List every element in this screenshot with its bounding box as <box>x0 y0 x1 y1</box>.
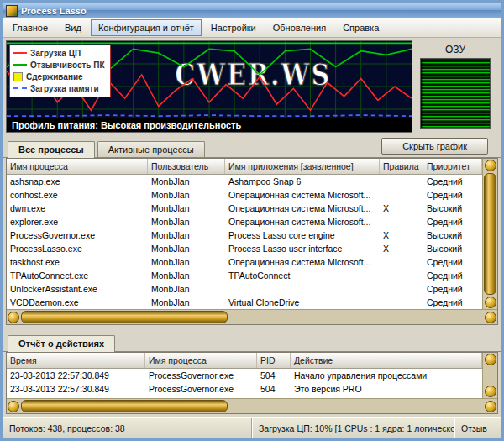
ram-usage-meter <box>420 58 491 129</box>
cell-app-name: TPAutoConnect <box>225 270 380 281</box>
process-lasso-window: Process Lasso Главное Вид Конфигурация и… <box>0 0 504 441</box>
menu-item-config-report[interactable]: Конфигурация и отчёт <box>91 19 202 36</box>
status-responsiveness: Отзыв <box>454 423 501 433</box>
menu-item-main[interactable]: Главное <box>5 19 55 36</box>
col-pid[interactable]: PID <box>257 353 291 368</box>
tab-all-processes[interactable]: Все процессы <box>8 141 95 158</box>
menu-item-settings[interactable]: Настройки <box>203 19 264 36</box>
cell-process-name: ProcessGovernor.exe <box>145 384 257 394</box>
graph-legend: Загрузка ЦП Отзывчивость ПК Сдерживание … <box>9 45 111 97</box>
col-log-process-name[interactable]: Имя процесса <box>145 353 257 368</box>
cell-app-name: Операционная система Microsoft... <box>225 190 380 200</box>
titlebar[interactable]: Process Lasso <box>3 3 501 18</box>
scroll-down-knob[interactable] <box>485 386 496 397</box>
table-row[interactable]: ashsnap.exe MonbJlan Ashampoo Snap 6 Сре… <box>7 175 482 188</box>
memory-dashed-marker <box>13 87 27 89</box>
scroll-up-knob[interactable] <box>485 160 496 171</box>
cell-process-name: conhost.exe <box>7 190 148 200</box>
log-tabs-row: Отчёт о действиях <box>3 328 501 352</box>
legend-label: Сдерживание <box>26 72 83 81</box>
cell-app-name: Операционная система Microsoft... <box>225 217 380 227</box>
log-rows: 23-03-2013 22:57:30.849 ProcessGovernor.… <box>7 369 482 396</box>
cell-priority: Средний <box>423 284 482 294</box>
hide-graph-button[interactable]: Скрыть график <box>381 138 488 155</box>
table-row[interactable]: explorer.exe MonbJlan Операционная систе… <box>7 215 482 228</box>
cell-user: MonbJlan <box>148 203 225 213</box>
horizontal-scroll-thumb[interactable] <box>21 400 228 412</box>
menu-item-view[interactable]: Вид <box>57 19 89 36</box>
cell-rules: X <box>380 230 423 240</box>
legend-item-cpu: Загрузка ЦП <box>13 47 105 59</box>
col-user[interactable]: Пользователь <box>148 159 225 174</box>
table-row[interactable]: UnlockerAssistant.exe MonbJlan Средний <box>7 282 482 296</box>
table-row[interactable]: conhost.exe MonbJlan Операционная систем… <box>7 188 482 202</box>
legend-item-memory: Загрузка памяти <box>13 82 105 94</box>
table-row[interactable]: dwm.exe MonbJlan Операционная система Mi… <box>7 202 482 215</box>
col-action[interactable]: Действие <box>291 353 482 368</box>
cpu-line-marker <box>13 52 27 54</box>
scroll-left-knob[interactable] <box>8 312 19 323</box>
col-rules[interactable]: Правила <box>380 159 423 174</box>
cell-user: MonbJlan <box>148 297 225 307</box>
table-row[interactable]: ProcessLasso.exe MonbJlan Process Lasso … <box>7 242 482 255</box>
cell-app-name: Ashampoo Snap 6 <box>225 176 380 186</box>
scroll-up-knob[interactable] <box>485 354 496 365</box>
cell-app-name: Virtual CloneDrive <box>225 297 380 307</box>
log-vertical-scrollbar[interactable] <box>482 353 497 398</box>
cell-time: 23-03-2013 22:57:30.849 <box>7 370 145 381</box>
scroll-left-knob[interactable] <box>8 401 19 412</box>
scroll-down-knob[interactable] <box>485 297 496 308</box>
cell-pid: 504 <box>257 384 291 394</box>
cell-priority: Средний <box>423 270 482 281</box>
menu-item-help[interactable]: Справка <box>335 19 386 36</box>
actions-log-panel: Время Имя процесса PID Действие 23-03-20… <box>6 352 498 414</box>
responsiveness-line-marker <box>13 64 27 66</box>
cell-process-name: ProcessGovernor.exe <box>7 230 148 240</box>
col-app-name[interactable]: Имя приложения [заявленное] <box>225 159 380 174</box>
process-tabs-row: Все процессы Активные процессы Скрыть гр… <box>3 133 501 158</box>
cell-process-name: UnlockerAssistant.exe <box>7 284 148 294</box>
process-vertical-scrollbar[interactable] <box>482 159 497 309</box>
table-row[interactable]: TPAutoConnect.exe MonbJlan TPAutoConnect… <box>7 269 482 282</box>
horizontal-scroll-thumb[interactable] <box>21 311 228 323</box>
window-title: Process Lasso <box>21 6 87 16</box>
scroll-right-knob[interactable] <box>485 401 496 412</box>
tab-actions-log[interactable]: Отчёт о действиях <box>8 335 115 352</box>
scroll-right-knob[interactable] <box>485 312 496 323</box>
cell-process-name: explorer.exe <box>7 217 148 227</box>
cell-time: 23-03-2013 22:57:30.849 <box>7 384 145 394</box>
status-threads-processes: Потоков: 438, процессов: 38 <box>3 423 251 433</box>
cell-process-name: TPAutoConnect.exe <box>7 270 148 281</box>
cell-app-name: Операционная система Microsoft... <box>225 257 380 267</box>
cell-process-name: ProcessLasso.exe <box>7 244 148 254</box>
cell-priority: Средний <box>423 297 482 307</box>
col-time[interactable]: Время <box>7 353 145 368</box>
menu-item-updates[interactable]: Обновления <box>265 19 333 36</box>
tab-active-processes[interactable]: Активные процессы <box>97 141 205 157</box>
cell-action: Это версия PRO <box>291 384 482 394</box>
legend-item-restraint: Сдерживание <box>13 71 105 82</box>
vertical-scroll-thumb[interactable] <box>484 173 496 295</box>
cell-user: MonbJlan <box>148 244 225 254</box>
cell-user: MonbJlan <box>148 190 225 200</box>
col-process-name[interactable]: Имя процесса <box>7 159 148 174</box>
menubar: Главное Вид Конфигурация и отчёт Настрой… <box>3 18 501 38</box>
log-row[interactable]: 23-03-2013 22:57:30.849 ProcessGovernor.… <box>7 382 482 396</box>
cell-action: Начало управления процессами <box>291 370 482 381</box>
ram-panel: ОЗУ <box>412 40 498 133</box>
process-horizontal-scrollbar[interactable] <box>7 309 497 324</box>
process-rows: ashsnap.exe MonbJlan Ashampoo Snap 6 Сре… <box>7 175 482 309</box>
table-row[interactable]: ProcessGovernor.exe MonbJlan Process Las… <box>7 228 482 242</box>
log-table-header: Время Имя процесса PID Действие <box>7 353 482 369</box>
log-horizontal-scrollbar[interactable] <box>7 398 497 413</box>
actions-log-table: Время Имя процесса PID Действие 23-03-20… <box>7 353 482 398</box>
cell-priority: Средний <box>423 257 482 267</box>
col-priority[interactable]: Приоритет <box>423 159 482 174</box>
cell-app-name: Process Lasso user interface <box>225 244 380 254</box>
ram-label: ОЗУ <box>445 44 465 55</box>
cell-user: MonbJlan <box>148 176 225 186</box>
table-row[interactable]: VCDDaemon.exe MonbJlan Virtual CloneDriv… <box>7 296 482 309</box>
restraint-square-marker <box>13 72 23 81</box>
log-row[interactable]: 23-03-2013 22:57:30.849 ProcessGovernor.… <box>7 369 482 382</box>
table-row[interactable]: taskhost.exe MonbJlan Операционная систе… <box>7 255 482 269</box>
